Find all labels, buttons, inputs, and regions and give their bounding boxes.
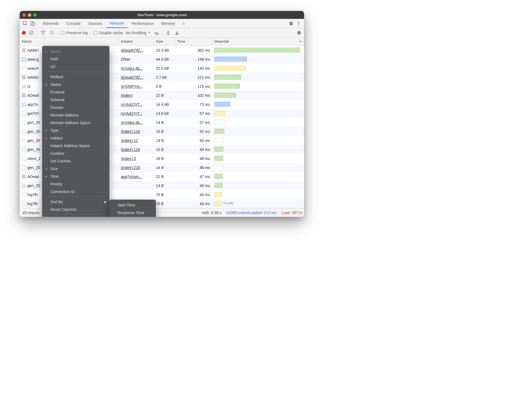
device-toggle-icon[interactable]: [29, 19, 37, 28]
initiator-cell[interactable]: [119, 190, 154, 199]
initiator-cell[interactable]: ADea4I7IfZ...: [119, 46, 154, 55]
initiator-cell[interactable]: (index):215: [119, 163, 154, 172]
download-har-icon[interactable]: [174, 30, 180, 36]
menu-item-status[interactable]: ✓Status: [42, 81, 109, 88]
time-cell: 57 ms: [175, 109, 212, 118]
waterfall-cell: [212, 136, 304, 145]
inspect-icon[interactable]: [21, 19, 29, 28]
menu-item-set-cookies[interactable]: Set Cookies: [42, 157, 109, 165]
request-name: search: [27, 66, 39, 71]
submenu-item-end-time[interactable]: End Time: [109, 217, 156, 217]
tab-performance[interactable]: Performance: [128, 19, 157, 28]
clear-icon[interactable]: [28, 30, 34, 36]
img-icon: [22, 184, 26, 188]
menu-item-sort-by[interactable]: Sort By▶: [42, 198, 109, 206]
header-name[interactable]: Name: [20, 37, 44, 45]
size-cell: 14 B: [154, 181, 175, 190]
img-icon: [22, 84, 26, 88]
prof-icon: [22, 75, 26, 79]
menu-item-method[interactable]: Method: [42, 73, 109, 81]
menu-item-url[interactable]: Url: [42, 63, 109, 71]
tab-memory[interactable]: Memory: [158, 19, 179, 28]
waterfall-cell: [212, 100, 304, 109]
initiator-cell[interactable]: rs=AA2YrT...: [119, 100, 154, 109]
menu-item-response-headers[interactable]: Response Headers▶: [42, 216, 109, 217]
header-size[interactable]: Size: [154, 37, 175, 45]
minimize-icon[interactable]: [28, 13, 31, 17]
tab-network[interactable]: Network: [106, 19, 128, 28]
waterfall-submenu[interactable]: Start TimeResponse TimeEnd Time✓Total Du…: [109, 200, 156, 217]
columns-context-menu[interactable]: ✓NamePathUrlMethod✓StatusProtocolSchemeD…: [42, 46, 109, 217]
time-cell: 48 ms: [175, 163, 212, 172]
menu-item-size[interactable]: ✓Size: [42, 165, 109, 173]
upload-har-icon[interactable]: [165, 30, 171, 36]
menu-item-remote-address[interactable]: Remote Address: [42, 111, 109, 119]
size-cell: 70 B: [154, 190, 175, 199]
menu-item-scheme[interactable]: Scheme: [42, 96, 109, 104]
kebab-menu-icon[interactable]: [295, 19, 302, 28]
initiator-cell[interactable]: rs=AA2YrT...: [119, 109, 154, 118]
record-button[interactable]: [22, 31, 26, 35]
more-tabs-button[interactable]: »: [179, 19, 189, 28]
network-conditions-icon[interactable]: [153, 30, 159, 36]
throttling-dropdown[interactable]: No throttling ▼: [126, 31, 151, 35]
time-cell: 73 ms: [175, 100, 212, 109]
menu-item-type[interactable]: ✓Type: [42, 127, 109, 134]
size-cell: 2.7 kB: [154, 73, 175, 82]
tab-sources[interactable]: Sources: [84, 19, 106, 28]
search-icon[interactable]: [49, 30, 55, 36]
initiator-cell[interactable]: (index): [119, 91, 154, 100]
svg-line-9: [53, 34, 54, 35]
initiator-cell[interactable]: m=DhPYm...: [119, 82, 154, 91]
initiator-cell[interactable]: Other: [119, 55, 154, 64]
menu-item-cookies[interactable]: Cookies: [42, 150, 109, 157]
time-cell: 49 ms: [175, 145, 212, 154]
initiator-cell[interactable]: m=cdos,dp...: [119, 64, 154, 73]
header-waterfall[interactable]: Waterfall▼: [212, 37, 304, 45]
initiator-cell[interactable]: (index):116: [119, 127, 154, 136]
initiator-cell[interactable]: [119, 181, 154, 190]
time-cell: 47 ms: [175, 172, 212, 181]
close-icon[interactable]: [22, 13, 26, 17]
initiator-cell[interactable]: (index):116: [119, 145, 154, 154]
menu-item-time[interactable]: ✓Time: [42, 173, 109, 180]
waterfall-cell: [212, 64, 304, 73]
tab-elements[interactable]: Elements: [39, 19, 63, 28]
disable-cache-checkbox[interactable]: Disable cache: [94, 31, 123, 35]
settings-gear-icon[interactable]: [287, 19, 295, 28]
initiator-cell[interactable]: (index):3: [119, 154, 154, 163]
request-name: ui: [27, 84, 30, 89]
file-icon: [22, 112, 26, 115]
submenu-item-start-time[interactable]: Start Time: [109, 201, 156, 209]
preserve-log-checkbox[interactable]: Preserve log: [61, 31, 88, 35]
status-load: Load: 397 m: [281, 211, 302, 215]
initiator-cell[interactable]: m=cdos,dp...: [119, 118, 154, 127]
tab-console[interactable]: Console: [63, 19, 84, 28]
filter-icon[interactable]: [40, 30, 46, 36]
header-time[interactable]: Time: [175, 37, 212, 45]
file-icon: [22, 148, 26, 151]
waterfall-cell: [212, 154, 304, 163]
time-cell: 102 ms: [175, 91, 212, 100]
menu-item-remote-address-space[interactable]: Remote Address Space: [42, 119, 109, 127]
header-initiator[interactable]: Initiator: [119, 37, 154, 45]
time-cell: 148 ms: [175, 55, 212, 64]
menu-item-protocol[interactable]: Protocol: [42, 88, 109, 96]
initiator-cell[interactable]: app?origin...: [119, 172, 154, 181]
submenu-item-response-time[interactable]: Response Time: [109, 209, 156, 217]
time-cell: 140 ms: [175, 64, 212, 73]
menu-item-priority[interactable]: Priority: [42, 180, 109, 188]
menu-item-initiator[interactable]: ✓Initiator: [42, 134, 109, 142]
menu-item-reset-columns[interactable]: Reset Columns: [42, 206, 109, 213]
menu-item-domain[interactable]: Domain: [42, 104, 109, 111]
menu-item-name[interactable]: ✓Name: [42, 48, 109, 55]
prof-icon: [22, 175, 26, 179]
network-settings-gear-icon[interactable]: [296, 30, 302, 36]
request-name: log?fo: [27, 202, 38, 206]
initiator-cell[interactable]: ADea4I7IfZ...: [119, 73, 154, 82]
initiator-cell[interactable]: (index):12: [119, 136, 154, 145]
maximize-icon[interactable]: [33, 13, 37, 17]
menu-item-connection-id[interactable]: Connection ID: [42, 188, 109, 196]
menu-item-path[interactable]: Path: [42, 55, 109, 63]
menu-item-initiator-address-space[interactable]: Initiator Address Space: [42, 142, 109, 150]
